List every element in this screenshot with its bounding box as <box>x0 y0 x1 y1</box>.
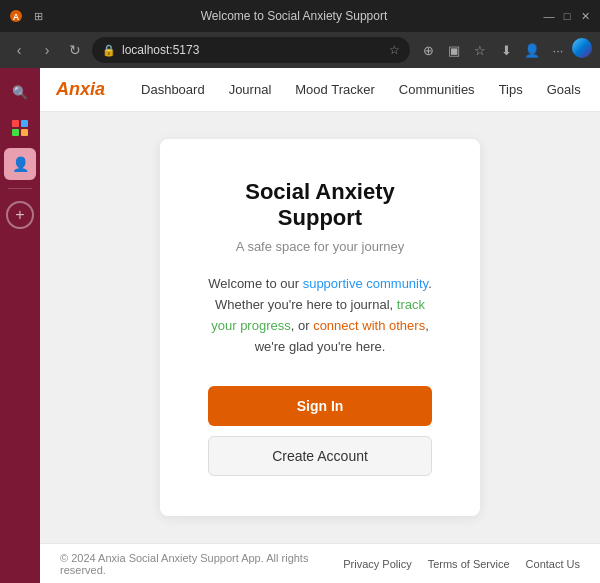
body-link-connect: connect with others <box>313 318 425 333</box>
windows-icon <box>12 120 28 136</box>
profile-icon[interactable]: 👤 <box>520 38 544 62</box>
body-text-mid2: , or <box>291 318 313 333</box>
url-actions: ☆ <box>389 43 400 57</box>
privacy-policy-link[interactable]: Privacy Policy <box>343 558 411 570</box>
user-glyph: 👤 <box>12 156 29 172</box>
page-footer: © 2024 Anxia Social Anxiety Support App.… <box>40 543 600 583</box>
user-icon: 👤 <box>4 148 36 180</box>
sidebar-divider <box>8 188 32 189</box>
left-sidebar: 🔍 👤 + <box>0 68 40 583</box>
back-button[interactable]: ‹ <box>8 39 30 61</box>
browser-body: 🔍 👤 + Anxia Dashboard Journal Mood T <box>0 68 600 583</box>
contact-us-link[interactable]: Contact Us <box>526 558 580 570</box>
body-link-community: supportive community <box>303 276 428 291</box>
close-btn[interactable]: ✕ <box>578 9 592 23</box>
main-content: Anxia Dashboard Journal Mood Tracker Com… <box>40 68 600 583</box>
extensions-icon[interactable]: ⊕ <box>416 38 440 62</box>
card-title: Social Anxiety Support <box>208 179 432 231</box>
welcome-card: Social Anxiety Support A safe space for … <box>160 139 480 515</box>
window-controls[interactable]: — □ ✕ <box>542 9 592 23</box>
refresh-button[interactable]: ↻ <box>64 39 86 61</box>
sidebar-windows[interactable] <box>4 112 36 144</box>
terms-of-service-link[interactable]: Terms of Service <box>428 558 510 570</box>
card-body: Welcome to our supportive community. Whe… <box>208 274 432 357</box>
edge-logo <box>572 38 592 58</box>
collections-icon[interactable]: ▣ <box>442 38 466 62</box>
footer-links: Privacy Policy Terms of Service Contact … <box>343 558 580 570</box>
browser-icon: A <box>8 8 24 24</box>
sidebar-search[interactable]: 🔍 <box>4 76 36 108</box>
tab-icon: ⊞ <box>30 8 46 24</box>
plus-icon: + <box>15 206 24 224</box>
lock-icon: 🔒 <box>102 44 116 57</box>
search-icon: 🔍 <box>12 85 28 100</box>
nav-communities[interactable]: Communities <box>387 68 487 112</box>
nav-journal[interactable]: Journal <box>217 68 284 112</box>
app-nav: Anxia Dashboard Journal Mood Tracker Com… <box>40 68 600 112</box>
app-logo[interactable]: Anxia <box>56 79 105 100</box>
url-bar[interactable]: 🔒 localhost:5173 ☆ <box>92 37 410 63</box>
signin-link[interactable]: Sign in <box>593 71 600 109</box>
more-icon[interactable]: ··· <box>546 38 570 62</box>
nav-goals[interactable]: Goals <box>535 68 593 112</box>
svg-text:A: A <box>13 12 20 22</box>
sidebar-user[interactable]: 👤 <box>4 148 36 180</box>
nav-mood-tracker[interactable]: Mood Tracker <box>283 68 386 112</box>
sidebar-add-button[interactable]: + <box>6 201 34 229</box>
page-body: Social Anxiety Support A safe space for … <box>40 112 600 543</box>
maximize-btn[interactable]: □ <box>560 9 574 23</box>
body-text-prefix: Welcome to our <box>208 276 302 291</box>
footer-copyright: © 2024 Anxia Social Anxiety Support App.… <box>60 552 343 576</box>
star-icon[interactable]: ☆ <box>389 43 400 57</box>
forward-button[interactable]: › <box>36 39 58 61</box>
url-text: localhost:5173 <box>122 43 199 57</box>
downloads-icon[interactable]: ⬇ <box>494 38 518 62</box>
nav-dashboard[interactable]: Dashboard <box>129 68 217 112</box>
browser-chrome: A ⊞ Welcome to Social Anxiety Support — … <box>0 0 600 68</box>
address-bar: ‹ › ↻ 🔒 localhost:5173 ☆ ⊕ ▣ ☆ ⬇ 👤 ··· <box>0 32 600 68</box>
card-subtitle: A safe space for your journey <box>208 239 432 254</box>
window-title: Welcome to Social Anxiety Support <box>52 9 536 23</box>
create-account-button[interactable]: Create Account <box>208 436 432 476</box>
title-bar: A ⊞ Welcome to Social Anxiety Support — … <box>0 0 600 32</box>
favorites-icon[interactable]: ☆ <box>468 38 492 62</box>
nav-tips[interactable]: Tips <box>487 68 535 112</box>
signin-button[interactable]: Sign In <box>208 386 432 426</box>
nav-auth: Sign in Sign up <box>593 71 600 109</box>
minimize-btn[interactable]: — <box>542 9 556 23</box>
browser-toolbar: ⊕ ▣ ☆ ⬇ 👤 ··· <box>416 38 592 62</box>
